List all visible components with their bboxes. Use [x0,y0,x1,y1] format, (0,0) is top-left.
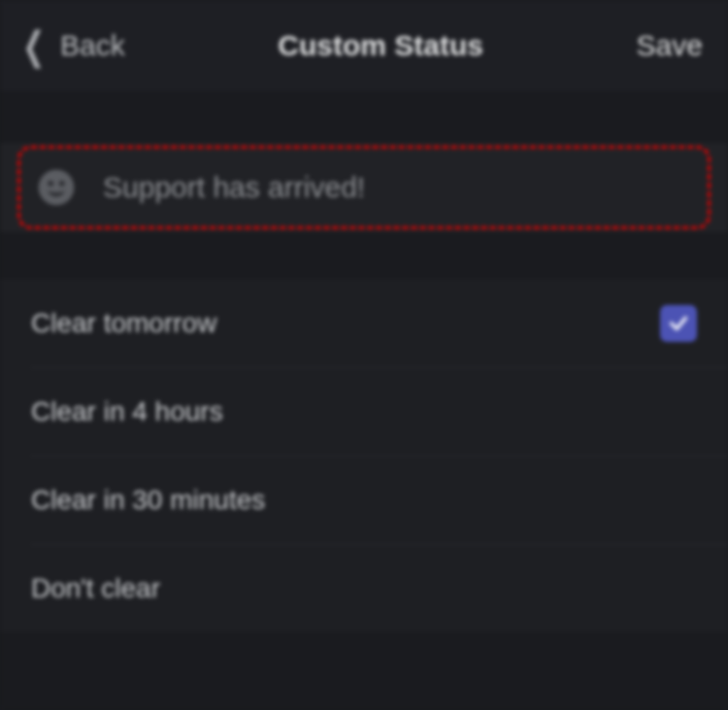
status-input-inner [17,146,711,229]
svg-point-0 [39,170,75,206]
spacer [0,232,728,279]
clear-option-tomorrow[interactable]: Clear tomorrow [0,279,728,367]
spacer [0,632,728,710]
option-label: Clear in 4 hours [31,396,223,427]
clear-options-list: Clear tomorrow Clear in 4 hours Clear in… [0,279,728,632]
status-input-section [0,143,728,232]
spacer [0,91,728,143]
back-button[interactable]: ❮ Back [17,26,125,65]
svg-point-1 [49,181,53,186]
status-text-input[interactable] [103,171,691,204]
page-title: Custom Status [278,29,483,62]
checkmark-icon [660,305,697,342]
option-label: Don't clear [31,573,160,604]
option-label: Clear tomorrow [31,308,216,339]
clear-option-4-hours[interactable]: Clear in 4 hours [0,367,728,456]
option-label: Clear in 30 minutes [31,485,265,516]
save-button[interactable]: Save [637,29,703,62]
clear-option-dont-clear[interactable]: Don't clear [0,544,728,632]
back-label: Back [60,29,125,62]
header-bar: ❮ Back Custom Status Save [0,0,728,91]
chevron-left-icon: ❮ [22,26,46,65]
clear-option-30-minutes[interactable]: Clear in 30 minutes [0,456,728,544]
emoji-picker-icon[interactable] [37,168,76,207]
svg-point-2 [59,181,64,186]
